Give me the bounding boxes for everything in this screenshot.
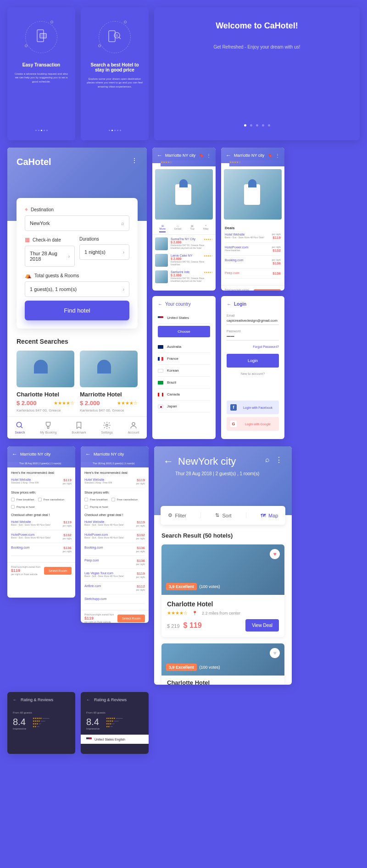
google-login-button[interactable]: GLogin with Google [227,417,279,431]
tab-detail[interactable]: ◇Detail [174,224,181,232]
country-item[interactable]: Australia [158,341,210,353]
deal-row[interactable]: Peep.com$136per night [84,559,145,569]
back-icon[interactable]: ← [158,302,162,307]
deal-row[interactable]: Las Vegas Tour.comBasis - Suit - Save Mo… [84,571,145,582]
choose-button[interactable]: Choose [158,326,210,337]
hotel-list-item[interactable]: Santorini Inte★★★★☆$ 2.000Karterádos 847… [155,270,213,283]
deal-row[interactable]: HotelPower.comBasis - Suit - Save More 4… [11,533,72,543]
checkbox-breakfast[interactable]: Free breakfast [84,498,108,501]
nav-bookmark[interactable]: Bookmark [72,421,86,434]
onboard-desc: Explore some your dream open destination… [86,77,143,88]
country-item-us[interactable]: United States [158,312,210,324]
back-icon[interactable]: ← [157,152,162,159]
deal-row[interactable]: Hotel WebsiteBasis - Suit - Save More 48… [11,520,72,530]
deal-row[interactable]: Hotel WebsiteBasis - Suit - Save More 48… [225,233,281,243]
back-icon[interactable]: ← [227,302,231,307]
search-screen: CaHotel ⋮ ⌖Destination NewYork⌕ ▦Check-i… [7,148,147,439]
country-item[interactable]: Korean [158,365,210,377]
back-icon[interactable]: ← [226,152,231,159]
deal-row[interactable]: Booking.com$136per night [11,546,72,556]
result-card[interactable]: ♥ 3,9 Excellent(100 votes) Charlotte Hot… [161,544,284,637]
checkbox-paying[interactable]: Paying at hotel [84,505,108,509]
deal-row[interactable]: AirBnb.com$112per night [84,584,145,594]
deal-row[interactable]: Sketchupp.com [84,597,145,604]
menu-icon[interactable]: ⋮ [275,153,280,158]
map-button[interactable]: 🗺Map [261,512,278,518]
menu-icon[interactable]: ⋮ [275,456,283,464]
nav-account[interactable]: Account [128,421,139,434]
find-hotel-button[interactable]: Find hotel [25,301,129,320]
tab-map[interactable]: ⌖Map [203,224,209,232]
facebook-login-button[interactable]: fLogin with Facebook [227,401,279,414]
deal-row[interactable]: Hotel WebsiteStandard 1 King - Free Wifi… [11,478,72,488]
nav-settings[interactable]: Settings [101,421,112,434]
back-icon[interactable]: ← [13,698,17,702]
durations-label: Durations [79,236,99,242]
country-item[interactable]: France [158,353,210,365]
view-deal-button[interactable]: View Deal [245,619,279,632]
location-icon: ⌖ [25,206,28,213]
bookmark-icon[interactable]: 🔖 [199,154,204,158]
flag-au-icon [158,345,163,349]
guests-input[interactable]: 1 guest(s), 1 room(s)› [25,281,129,297]
hotel-name: Charlotte Hotel [167,600,279,608]
back-icon[interactable]: ← [85,451,91,457]
result-card[interactable]: ♥ 3,9 Excellent(100 votes) Charlotte Hot… [161,643,284,685]
forgot-password-link[interactable]: Forgot Password? [227,345,279,348]
menu-icon[interactable]: ⋮ [206,153,211,158]
login-button[interactable]: Login [227,354,279,368]
select-room-button[interactable]: Select Room [44,567,72,575]
favorite-button[interactable]: ♥ [270,648,280,658]
password-input[interactable]: •••••• [227,334,279,341]
country-item[interactable]: Brazil [158,377,210,389]
email-input[interactable]: capicreativedesign@gmail.com [227,319,279,325]
language-selector[interactable]: United States English [95,738,125,741]
deal-row[interactable]: Peep.com$136 [225,271,281,279]
durations-input[interactable]: 1 night(s)› [79,244,129,260]
svg-point-9 [132,423,135,425]
results-count: Search Result (50 hotels) [161,532,284,539]
deal-row[interactable]: Booking.com$136per night [84,546,145,556]
deal-row[interactable]: Hotel WebsiteBasis - Suit - Save More 48… [84,520,145,530]
search-icon: ⌕ [121,220,124,226]
hotel-list-item[interactable]: Larva Cake NY★★★★☆$ 2.000Karterádos 847 … [155,254,213,267]
nav-booking[interactable]: My Booking [40,421,57,434]
deal-row[interactable]: Hotel WebsiteStandard 1 King - Free Wifi… [84,478,145,488]
deal-row[interactable]: Booking.comper night$136 [225,258,281,269]
country-item[interactable]: Japan [158,401,210,412]
select-room-button[interactable]: Select Room [254,289,281,291]
filter-button[interactable]: ⚙Fliter [168,512,186,518]
checkin-label: Check-in date [33,237,61,242]
deal-row[interactable]: HotelPower.comHave breakfastper night$13… [225,246,281,256]
hotel-list-item[interactable]: SumaTra NY City★★★★☆$ 2.000Karterádos 84… [155,237,213,250]
favorite-button[interactable]: ♥ [270,549,280,559]
checkbox-breakfast[interactable]: Free breakfast [11,498,34,501]
menu-icon[interactable]: ⋮ [131,157,138,164]
checkbox-cancellation[interactable]: Free cancellation [38,498,65,501]
back-icon[interactable]: ← [163,456,173,467]
search-card: ⌖Destination NewYork⌕ ▦Check-in date Thu… [17,198,138,329]
header-subtitle: Thur 28 Aug 2018 | 2 guest(s) | 1 room(s… [7,462,75,467]
checkbox-paying[interactable]: Paying at hotel [11,505,35,509]
country-item[interactable]: Canada [158,389,210,401]
back-icon[interactable]: ← [86,698,90,702]
hotel-hero-image [224,169,282,220]
sort-button[interactable]: ⇅Sort [215,512,231,518]
select-room-button[interactable]: Select Room [117,615,145,622]
flag-br-icon [158,381,163,385]
page-title: ←Login [227,302,279,307]
back-icon[interactable]: ← [12,451,17,457]
nav-search[interactable]: Search [15,421,25,434]
tab-more[interactable]: ⊞More [159,224,166,232]
checkbox-cancellation[interactable]: Free cancellation [111,498,138,501]
flag-us-icon [86,737,92,741]
checkin-input[interactable]: Thur 28 Aug 2018› [25,246,75,267]
destination-input[interactable]: NewYork⌕ [25,215,129,231]
search-icon[interactable]: ⌕ [265,456,270,464]
tab-top[interactable]: ▤Top [190,224,195,232]
deal-row[interactable]: HotelPower.comBasis - Suit - Save More 4… [84,533,145,543]
recent-card[interactable]: Marriotte Hotel $ 2.000★★★★☆ Karterádos … [80,351,138,412]
bookmark-icon[interactable]: 🔖 [268,154,272,158]
recent-card[interactable]: Charlotte Hotel $ 2.000★★★★☆ Karterádos … [17,351,74,412]
new-account-link[interactable]: New to account? [227,372,279,375]
